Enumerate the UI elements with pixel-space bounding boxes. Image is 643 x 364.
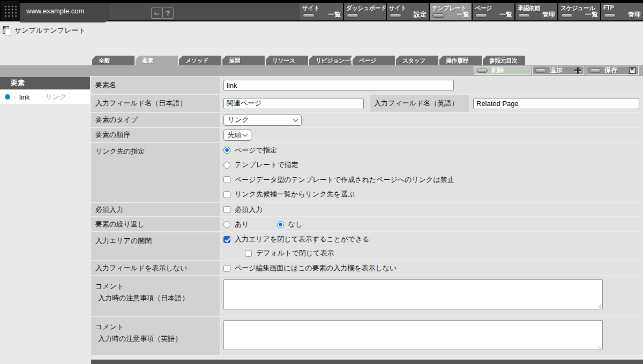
checkbox-required[interactable] bbox=[223, 206, 230, 213]
bullet-icon bbox=[5, 94, 10, 100]
element-order-select[interactable]: 先頭 bbox=[223, 130, 251, 141]
menu-pill-icon bbox=[518, 13, 530, 18]
site-url-tab[interactable]: www.example.com bbox=[20, 3, 110, 22]
logout-button[interactable]: ⇦ bbox=[151, 7, 162, 19]
checkbox-hide-input-field[interactable] bbox=[223, 265, 230, 272]
row-link-target: リンク先の指定 ページで指定 テンプレートで指定 ページデータ型のテンプレートで… bbox=[91, 143, 643, 202]
floppy-disk-icon bbox=[629, 67, 635, 74]
menu-pill-icon bbox=[561, 13, 573, 18]
menu-template-list[interactable]: テンプレート 一覧 bbox=[429, 3, 472, 20]
top-menu: サイト 一覧 ダッシュボード サイト 設定 テンプレート 一覧 ページ 一覧 承… bbox=[300, 3, 643, 20]
element-form: 要素名 入力フィールド名（日本語） 入力フィールド名（英語） 要素のタイプ リン… bbox=[91, 77, 643, 356]
checkbox-forbid-pagedata-link[interactable] bbox=[223, 176, 230, 183]
tab-general[interactable]: 全般 bbox=[92, 56, 134, 65]
radio-link-by-template[interactable] bbox=[223, 162, 230, 169]
row-repeat: 要素の繰り返し あり なし bbox=[91, 217, 643, 231]
plus-icon bbox=[574, 67, 581, 74]
tab-operation-history[interactable]: 操作履歴 bbox=[439, 56, 482, 65]
menu-ftp-management[interactable]: FTP 管理 bbox=[600, 3, 643, 20]
row-comment-en: コメント 入力時の注意事項（英語） bbox=[91, 317, 643, 355]
menu-pill-icon bbox=[604, 13, 616, 18]
radio-link-by-page[interactable] bbox=[223, 147, 230, 154]
sidebar-header: 要素 bbox=[0, 77, 90, 89]
menu-pill-icon bbox=[432, 13, 444, 18]
toolbar-band: 削除 追加 保存 bbox=[0, 65, 643, 76]
chevron-down-icon bbox=[243, 132, 248, 137]
checkbox-collapsed-by-default[interactable] bbox=[245, 250, 252, 257]
menu-site-settings[interactable]: サイト 設定 bbox=[386, 3, 429, 20]
menu-site-list[interactable]: サイト 一覧 bbox=[300, 3, 343, 20]
comment-en-textarea[interactable] bbox=[223, 320, 603, 350]
chevron-down-icon bbox=[293, 117, 298, 122]
site-url-label: www.example.com bbox=[20, 3, 110, 15]
tab-element[interactable]: 要素 bbox=[136, 56, 178, 65]
button-pill-icon bbox=[477, 69, 488, 73]
row-hide-field: 入力フィールドを表示しない ページ編集画面にはこの要素の入力欄を表示しない bbox=[91, 261, 643, 275]
top-bar: www.example.com ⇦ ? サイト 一覧 ダッシュボード サイト 設… bbox=[0, 0, 643, 21]
delete-button[interactable]: 削除 bbox=[474, 66, 530, 75]
row-collapse: 入力エリアの開閉 入力エリアを閉じて表示することができる デフォルトで閉じて表示 bbox=[91, 232, 643, 260]
bottom-bar bbox=[91, 359, 643, 364]
logout-icon: ⇦ bbox=[154, 10, 159, 17]
button-pill-icon bbox=[590, 69, 601, 73]
breadcrumb: サンプルテンプレート bbox=[3, 26, 86, 35]
row-comment-ja: コメント 入力時の注意事項（日本語） bbox=[91, 276, 643, 316]
row-element-order: 要素の順序 先頭 bbox=[91, 128, 643, 142]
tab-expand[interactable]: 展開 bbox=[222, 56, 265, 65]
menu-pill-icon bbox=[303, 13, 315, 18]
tab-revision-list[interactable]: リビジョン一覧 bbox=[309, 56, 352, 65]
field-name-en-input[interactable] bbox=[473, 98, 639, 109]
row-element-name: 要素名 bbox=[91, 77, 643, 94]
template-pages-icon bbox=[3, 26, 11, 35]
menu-schedule-list[interactable]: スケジュール 一覧 bbox=[557, 3, 600, 20]
element-name-input[interactable] bbox=[223, 80, 454, 91]
save-button[interactable]: 保存 bbox=[587, 66, 639, 75]
row-field-name: 入力フィールド名（日本語） 入力フィールド名（英語） bbox=[91, 95, 643, 112]
button-pill-icon bbox=[535, 69, 546, 73]
tab-method[interactable]: メソッド bbox=[179, 56, 221, 65]
page-title: サンプルテンプレート bbox=[14, 26, 86, 35]
help-icon: ? bbox=[166, 9, 170, 17]
checkbox-choose-from-candidates[interactable] bbox=[223, 191, 230, 198]
field-name-ja-input[interactable] bbox=[223, 98, 364, 109]
tab-resource[interactable]: リソース bbox=[266, 56, 308, 65]
row-required: 必須入力 必須入力 bbox=[91, 203, 643, 216]
menu-dashboard[interactable]: ダッシュボード bbox=[343, 3, 386, 20]
checkbox-collapsible[interactable] bbox=[223, 236, 230, 243]
tab-bar: 全般 要素 メソッド 展開 リソース リビジョン一覧 ページ スタッフ 操作履歴… bbox=[92, 56, 525, 65]
app-logo[interactable] bbox=[1, 1, 20, 20]
element-type-select[interactable]: リンク bbox=[223, 115, 302, 126]
add-button[interactable]: 追加 bbox=[532, 66, 584, 75]
tab-staff[interactable]: スタッフ bbox=[396, 56, 438, 65]
menu-pill-icon bbox=[475, 13, 487, 18]
comment-ja-textarea[interactable] bbox=[223, 279, 603, 309]
menu-pill-icon bbox=[347, 13, 358, 18]
menu-pill-icon bbox=[390, 13, 401, 18]
row-element-type: 要素のタイプ リンク bbox=[91, 113, 643, 127]
element-sidebar: 要素 link リンク bbox=[0, 77, 90, 364]
menu-approval-management[interactable]: 承認依頼 管理 bbox=[514, 3, 557, 20]
radio-repeat-yes[interactable] bbox=[223, 221, 230, 228]
radio-repeat-no[interactable] bbox=[277, 221, 284, 228]
tab-reference-index[interactable]: 参照元目次 bbox=[483, 56, 525, 65]
grid-dots-icon bbox=[4, 5, 17, 17]
help-button[interactable]: ? bbox=[162, 7, 174, 19]
tab-page[interactable]: ページ bbox=[353, 56, 395, 65]
menu-page-list[interactable]: ページ 一覧 bbox=[472, 3, 514, 20]
sidebar-item-link[interactable]: link リンク bbox=[0, 90, 90, 104]
